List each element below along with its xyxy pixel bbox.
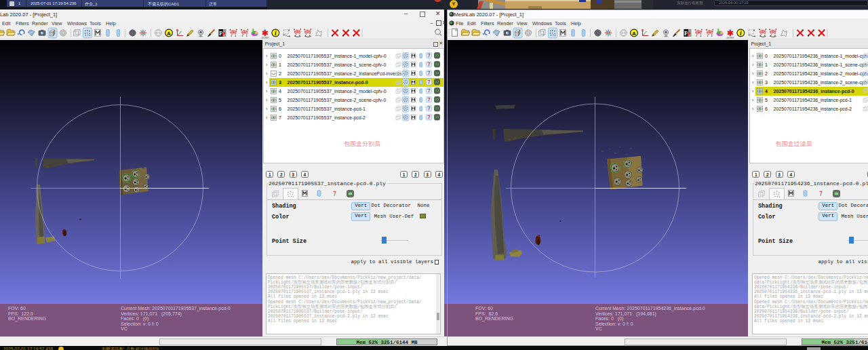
svg-text:A: A [632, 31, 636, 37]
svg-text:i: i [740, 30, 742, 37]
svg-text:GEOREF: GEOREF [261, 37, 269, 39]
svg-text:i: i [275, 30, 277, 37]
svg-text:GEOREF: GEOREF [726, 37, 734, 39]
svg-text:P: P [687, 31, 691, 38]
svg-text:P: P [222, 31, 226, 38]
svg-text:A: A [167, 31, 171, 37]
